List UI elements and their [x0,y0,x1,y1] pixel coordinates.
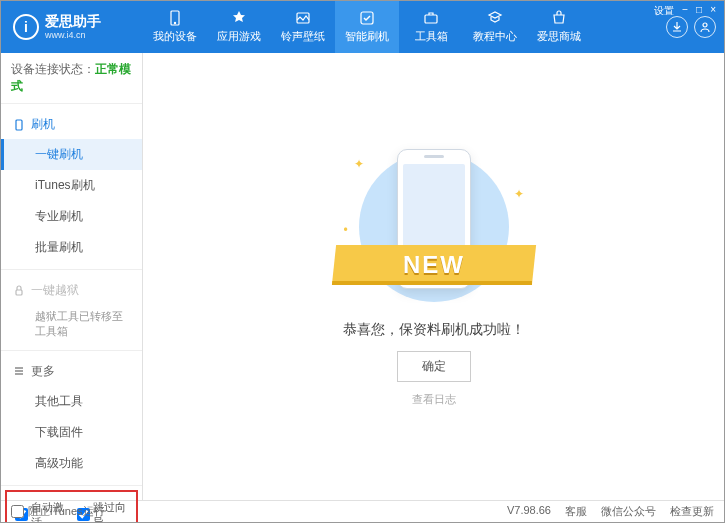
sidebar-header-jailbreak[interactable]: 一键越狱 [1,276,142,305]
close-button[interactable]: × [710,4,716,18]
service-link[interactable]: 客服 [565,504,587,519]
sidebar: 设备连接状态：正常模式 刷机 一键刷机 iTunes刷机 专业刷机 批量刷机 一… [1,53,143,500]
sidebar-item-advanced[interactable]: 高级功能 [1,448,142,479]
logo-icon: i [13,14,39,40]
download-icon [671,21,683,33]
wallpaper-icon [295,10,311,26]
sidebar-item-download-fw[interactable]: 下载固件 [1,417,142,448]
brand-url: www.i4.cn [45,30,101,40]
brand-logo: i 爱思助手 www.i4.cn [1,14,143,40]
menu-icon [13,365,25,377]
sidebar-item-batch-flash[interactable]: 批量刷机 [1,232,142,263]
check-update-link[interactable]: 检查更新 [670,504,714,519]
window-controls: 设置 − □ × [654,4,716,18]
settings-link[interactable]: 设置 [654,4,674,18]
main-content: ✦ ✦ • NEW 恭喜您，保资料刷机成功啦！ 确定 查看日志 [143,53,724,500]
nav-tutorial[interactable]: 教程中心 [463,1,527,53]
svg-point-5 [703,23,707,27]
ok-button[interactable]: 确定 [397,351,471,382]
top-nav: 我的设备 应用游戏 铃声壁纸 智能刷机 工具箱 教程中心 爱思商城 [143,1,658,53]
nav-store[interactable]: 爱思商城 [527,1,591,53]
version-label: V7.98.66 [507,504,551,519]
download-button[interactable] [666,16,688,38]
sidebar-header-more[interactable]: 更多 [1,357,142,386]
connection-status: 设备连接状态：正常模式 [1,53,142,104]
tutorial-icon [487,10,503,26]
sidebar-item-other-tools[interactable]: 其他工具 [1,386,142,417]
phone-icon [13,119,25,131]
sidebar-header-flash[interactable]: 刷机 [1,110,142,139]
view-log-link[interactable]: 查看日志 [412,392,456,407]
svg-rect-6 [16,120,22,130]
flash-icon [359,10,375,26]
sidebar-item-pro-flash[interactable]: 专业刷机 [1,201,142,232]
store-icon [551,10,567,26]
nav-apps-games[interactable]: 应用游戏 [207,1,271,53]
checkbox-block-itunes[interactable]: 阻止iTunes运行 [11,504,105,519]
brand-name: 爱思助手 [45,14,101,29]
lock-icon [13,285,25,297]
titlebar: i 爱思助手 www.i4.cn 我的设备 应用游戏 铃声壁纸 智能刷机 工具箱 [1,1,724,53]
phone-icon [167,10,183,26]
success-message: 恭喜您，保资料刷机成功啦！ [343,321,525,339]
wechat-link[interactable]: 微信公众号 [601,504,656,519]
new-banner: NEW [331,245,535,285]
sidebar-item-itunes-flash[interactable]: iTunes刷机 [1,170,142,201]
user-button[interactable] [694,16,716,38]
svg-rect-7 [16,290,22,295]
nav-smart-flash[interactable]: 智能刷机 [335,1,399,53]
svg-point-1 [174,22,175,23]
jailbreak-note: 越狱工具已转移至工具箱 [1,305,142,344]
nav-toolbox[interactable]: 工具箱 [399,1,463,53]
nav-ring-wall[interactable]: 铃声壁纸 [271,1,335,53]
maximize-button[interactable]: □ [696,4,702,18]
user-icon [699,21,711,33]
success-illustration: ✦ ✦ • NEW [324,147,544,307]
toolbox-icon [423,10,439,26]
svg-rect-4 [425,15,437,23]
sidebar-item-oneclick-flash[interactable]: 一键刷机 [1,139,142,170]
apps-icon [231,10,247,26]
minimize-button[interactable]: − [682,4,688,18]
nav-my-device[interactable]: 我的设备 [143,1,207,53]
